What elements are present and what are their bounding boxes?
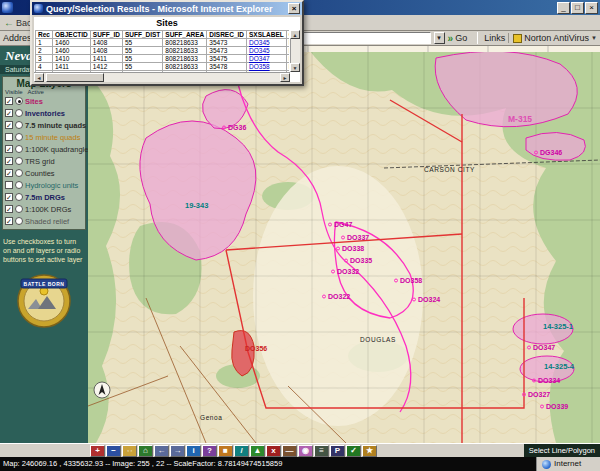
ie-window: _□× ←Back▼→✕↻⌂◎★⊙ Address http:// ▼ » Go… [0,0,600,471]
table-cell: 1412 [90,63,122,71]
norton-antivirus-button[interactable]: Norton AntiVirus ▼ [508,33,597,43]
layer-visible-checkbox[interactable] [5,133,13,141]
layer-visible-checkbox[interactable] [5,181,13,189]
layer-active-radio[interactable] [15,97,23,105]
layer-visible-checkbox[interactable]: ✓ [5,205,13,213]
layer-visible-checkbox[interactable]: ✓ [5,97,13,105]
map-label[interactable]: DO327 [528,391,550,398]
layers-list: ✓Sites✓Inventories✓7.5 minute quads15 mi… [3,95,85,227]
map-label[interactable]: DG36 [228,124,246,131]
site-link[interactable]: DO345 [247,47,287,55]
map-label[interactable]: 14-325-1 [543,322,573,331]
layer-active-radio[interactable] [15,205,23,213]
layer-active-radio[interactable] [15,181,23,189]
site-link[interactable]: DO347 [247,55,287,63]
select-polygon-icon[interactable]: ▲ [250,445,265,457]
vertical-scrollbar[interactable]: ▲ ▼ [290,30,300,72]
layer-visible-checkbox[interactable]: ✓ [5,217,13,225]
zoom-in-icon[interactable]: + [90,445,105,457]
map-label[interactable]: DO358 [400,277,422,284]
map-label[interactable]: DO332 [337,268,359,275]
layer-active-radio[interactable] [15,157,23,165]
legend-icon[interactable]: ≡ [314,445,329,457]
identify-icon[interactable]: i [186,445,201,457]
layer-visible-checkbox[interactable]: ✓ [5,157,13,165]
table-cell: DO [286,55,289,63]
zoom-next-icon[interactable]: → [170,445,185,457]
layer-active-radio[interactable] [15,193,23,201]
zoom-out-icon[interactable]: − [106,445,121,457]
bookmark-icon[interactable]: ★ [362,445,377,457]
map-label[interactable]: DO347 [533,344,555,351]
table-cell: 55 [122,63,162,71]
map-label[interactable]: 19-343 [185,201,208,210]
map-label[interactable]: 14-325-4 [544,362,575,371]
select-box-icon[interactable]: ■ [218,445,233,457]
layer-visible-checkbox[interactable]: ✓ [5,145,13,153]
layer-active-radio[interactable] [15,133,23,141]
pan-icon[interactable]: ⇔ [122,445,137,457]
query-icon[interactable]: ? [202,445,217,457]
minimize-button[interactable]: _ [557,2,570,14]
map-label[interactable]: DO322 [328,293,350,300]
scroll-down-icon[interactable]: ▼ [290,63,300,72]
close-icon[interactable]: × [288,3,300,14]
app-icon [2,2,13,13]
maximize-button[interactable]: □ [571,2,584,14]
layer-visible-checkbox[interactable]: ✓ [5,109,13,117]
print-icon[interactable]: P [330,445,345,457]
layer-row: ✓TRS grid [3,155,85,167]
table-cell: 1460 [52,39,90,47]
layer-visible-checkbox[interactable]: ✓ [5,121,13,129]
query-results-window: Query/Selection Results - Microsoft Inte… [30,0,304,86]
layer-visible-checkbox[interactable]: ✓ [5,193,13,201]
site-link[interactable]: DO345 [247,39,287,47]
close-button[interactable]: × [585,2,598,14]
address-dropdown-icon[interactable]: ▼ [434,32,445,44]
full-extent-icon[interactable]: ⌂ [138,445,153,457]
map-label[interactable]: DG47 [334,221,352,228]
highlight-polygon [232,331,255,376]
map-label[interactable]: DO339 [546,403,568,410]
map-label[interactable]: DO324 [418,296,440,303]
table-row: 1146014085580821863335473DO345DO530 [36,39,290,47]
select-line-icon[interactable]: / [234,445,249,457]
layer-active-radio[interactable] [15,169,23,177]
layer-visible-checkbox[interactable]: ✓ [5,169,13,177]
map-label[interactable]: DO335 [350,257,372,264]
map-viewport[interactable]: M-315DG36DG346CARSON CITY19-343DG47DO337… [88,46,600,443]
norton-shield-icon [513,34,522,43]
layer-row: ✓7.5 minute quads [3,119,85,131]
table-cell: 3 [36,55,53,63]
layer-active-radio[interactable] [15,217,23,225]
buffer-icon[interactable]: ◉ [298,445,313,457]
zoom-previous-icon[interactable]: ← [154,445,169,457]
links-menu[interactable]: Links [484,33,505,43]
clear-selection-icon[interactable]: x [266,445,281,457]
table-cell: 55 [122,39,162,47]
column-header: SUFF_ID [90,31,122,39]
table-cell: 1460 [52,47,90,55]
scroll-right-icon[interactable]: ► [280,73,290,82]
horizontal-scrollbar[interactable]: ◄ ► [34,72,290,82]
map-label[interactable]: DG346 [540,149,562,156]
table-cell: 808218633 [163,47,207,55]
layer-active-radio[interactable] [15,145,23,153]
map-label[interactable]: DO338 [342,245,364,252]
layer-active-radio[interactable] [15,121,23,129]
accept-icon[interactable]: ✓ [346,445,361,457]
layer-active-radio[interactable] [15,109,23,117]
measure-icon[interactable]: — [282,445,297,457]
table-cell: 808218633 [163,39,207,47]
map-label[interactable]: DO337 [347,234,369,241]
scrollbar-thumb[interactable] [46,73,104,82]
layer-label: 7.5 minute quads [25,121,86,130]
scroll-up-icon[interactable]: ▲ [290,30,300,39]
table-row: 3141014115580821863335475DO347DO587 [36,55,290,63]
go-button[interactable]: » Go [448,33,468,44]
table-cell: 1 [36,39,53,47]
popup-titlebar[interactable]: Query/Selection Results - Microsoft Inte… [32,2,302,15]
scroll-left-icon[interactable]: ◄ [34,73,44,82]
site-link[interactable]: DO358 [247,63,287,71]
map-label[interactable]: DO334 [538,377,560,384]
